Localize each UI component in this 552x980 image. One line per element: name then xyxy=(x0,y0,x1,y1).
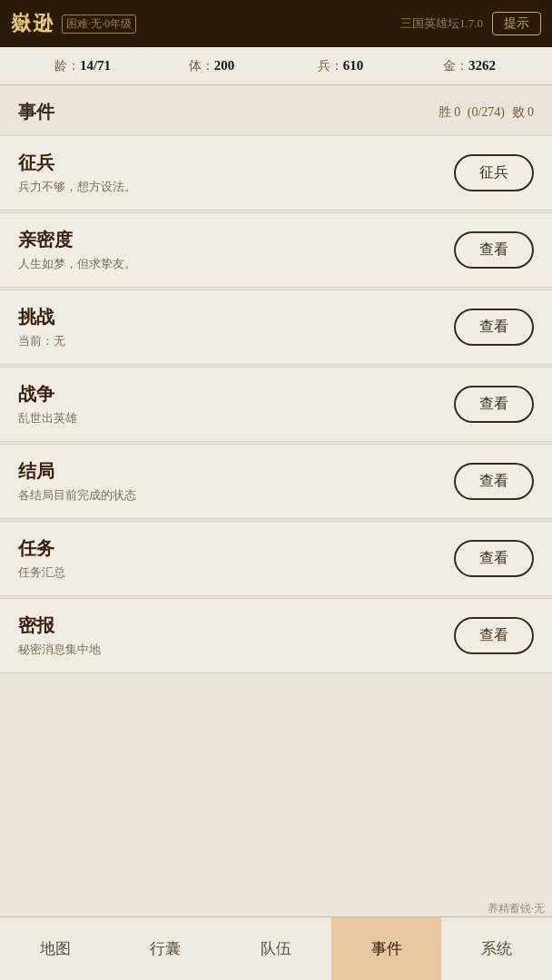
event-button-1[interactable]: 查看 xyxy=(454,231,534,269)
event-desc: 乱世出英雄 xyxy=(18,410,454,426)
event-title: 任务 xyxy=(18,536,454,561)
tab-地图[interactable]: 地图 xyxy=(0,917,111,980)
event-content: 亲密度 人生如梦，但求挚友。 xyxy=(18,228,454,272)
hero-name: 嶽逊 xyxy=(11,10,54,37)
event-desc: 秘密消息集中地 xyxy=(18,642,454,658)
progress-text: (0/274) xyxy=(468,105,505,119)
event-desc: 各结局目前完成的状态 xyxy=(18,487,454,504)
event-item: 结局 各结局目前完成的状态 查看 xyxy=(0,444,552,519)
soldiers-label: 兵： xyxy=(318,59,343,73)
event-desc: 兵力不够，想方设法。 xyxy=(18,179,454,195)
tab-行囊[interactable]: 行囊 xyxy=(111,917,222,980)
event-button-4[interactable]: 查看 xyxy=(454,463,534,500)
header-left: 嶽逊 困难·无·0年级 xyxy=(11,10,136,37)
body-value: 200 xyxy=(214,58,235,73)
event-list: 征兵 兵力不够，想方设法。 征兵 亲密度 人生如梦，但求挚友。 查看 挑战 当前… xyxy=(0,135,552,673)
tab-队伍[interactable]: 队伍 xyxy=(221,917,331,980)
event-item: 征兵 兵力不够，想方设法。 征兵 xyxy=(0,135,552,211)
event-title: 挑战 xyxy=(18,305,454,329)
stats-bar: 龄：14/71 体：200 兵：610 金：3262 xyxy=(0,47,552,85)
section-title: 事件 xyxy=(18,100,54,124)
soldiers-stat: 兵：610 xyxy=(276,58,405,74)
section-stats: 胜 0 (0/274) 败 0 xyxy=(439,104,534,121)
event-item: 任务 任务汇总 查看 xyxy=(0,521,552,596)
tab-bar: 地图行囊队伍事件系统 xyxy=(0,916,552,980)
event-button-5[interactable]: 查看 xyxy=(454,540,534,577)
gold-label: 金： xyxy=(443,59,468,73)
event-button-6[interactable]: 查看 xyxy=(454,617,534,654)
section-header: 事件 胜 0 (0/274) 败 0 xyxy=(0,96,552,135)
event-content: 结局 各结局目前完成的状态 xyxy=(18,459,454,504)
event-title: 密报 xyxy=(18,613,454,638)
event-content: 密报 秘密消息集中地 xyxy=(18,613,454,658)
header-right: 三国英雄坛1.7.0 提示 xyxy=(400,12,541,35)
event-title: 战争 xyxy=(18,382,454,407)
event-desc: 人生如梦，但求挚友。 xyxy=(18,256,454,272)
event-desc: 任务汇总 xyxy=(18,564,454,581)
event-item: 密报 秘密消息集中地 查看 xyxy=(0,598,552,673)
event-title: 亲密度 xyxy=(18,228,454,252)
event-item: 挑战 当前：无 查看 xyxy=(0,289,552,365)
event-button-0[interactable]: 征兵 xyxy=(454,154,534,191)
version-text: 三国英雄坛1.7.0 xyxy=(400,15,483,32)
age-stat: 龄：14/71 xyxy=(18,58,147,74)
tab-事件[interactable]: 事件 xyxy=(331,917,442,980)
event-content: 任务 任务汇总 xyxy=(18,536,454,581)
event-item: 亲密度 人生如梦，但求挚友。 查看 xyxy=(0,212,552,288)
event-item: 战争 乱世出英雄 查看 xyxy=(0,367,552,442)
event-button-3[interactable]: 查看 xyxy=(454,386,534,423)
event-desc: 当前：无 xyxy=(18,333,454,349)
event-content: 挑战 当前：无 xyxy=(18,305,454,349)
hint-button[interactable]: 提示 xyxy=(492,12,541,35)
header-bar: 嶽逊 困难·无·0年级 三国英雄坛1.7.0 提示 xyxy=(0,0,552,47)
win-value: 0 xyxy=(454,105,460,119)
gold-stat: 金：3262 xyxy=(405,58,534,74)
lose-label: 败 xyxy=(512,105,525,119)
body-stat: 体：200 xyxy=(147,58,276,74)
event-content: 战争 乱世出英雄 xyxy=(18,382,454,426)
bottom-notice: 养精蓄锐·无 xyxy=(488,901,545,916)
event-title: 结局 xyxy=(18,459,454,484)
win-label: 胜 xyxy=(439,105,451,119)
main-content: 事件 胜 0 (0/274) 败 0 征兵 兵力不够，想方设法。 征兵 亲密度 … xyxy=(0,85,552,916)
tab-系统[interactable]: 系统 xyxy=(441,917,552,980)
body-label: 体： xyxy=(189,59,214,73)
event-title: 征兵 xyxy=(18,151,454,175)
age-label: 龄： xyxy=(54,59,80,73)
soldiers-value: 610 xyxy=(343,58,364,73)
gold-value: 3262 xyxy=(468,58,496,73)
lose-value: 0 xyxy=(527,105,534,119)
event-button-2[interactable]: 查看 xyxy=(454,309,534,346)
hero-tag: 困难·无·0年级 xyxy=(62,15,136,34)
age-value: 14/71 xyxy=(80,58,111,73)
event-content: 征兵 兵力不够，想方设法。 xyxy=(18,151,454,195)
